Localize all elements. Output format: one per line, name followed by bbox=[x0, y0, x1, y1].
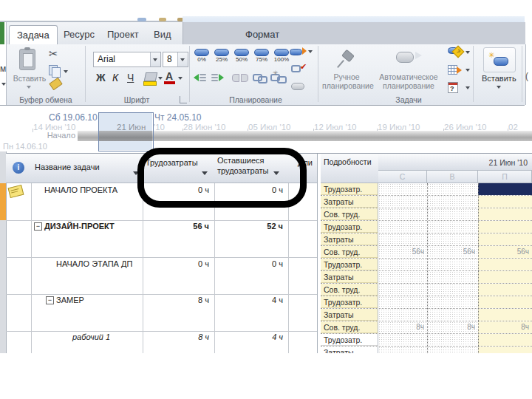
respect-links-check-icon[interactable]: ✔ bbox=[300, 62, 307, 72]
task-row-name[interactable]: НАЧАЛО ПРОЕКТА bbox=[44, 185, 117, 194]
highlight-color-bar[interactable] bbox=[143, 81, 157, 86]
auto-schedule-button[interactable]: Автоматическое планирование bbox=[372, 46, 445, 95]
day-header-sat[interactable]: С bbox=[378, 171, 427, 183]
tab-task[interactable]: Задача bbox=[9, 25, 58, 45]
inspect-task-button[interactable]: ? bbox=[448, 46, 471, 61]
move-button[interactable] bbox=[448, 64, 471, 78]
day-cell[interactable] bbox=[478, 334, 532, 346]
font-color-button[interactable]: А bbox=[166, 70, 173, 82]
timescale-tier1-label[interactable]: Чт 24.05.10 bbox=[154, 112, 202, 123]
detail-row[interactable]: Затраты bbox=[321, 233, 532, 246]
quick-access-icon[interactable] bbox=[159, 18, 166, 21]
move-task-arrow-icon[interactable] bbox=[302, 47, 307, 55]
detail-row[interactable]: Сов. труд. 8ч 8ч 8ч bbox=[321, 321, 532, 334]
mode-button[interactable]: ? bbox=[448, 81, 471, 96]
day-cell[interactable] bbox=[478, 271, 532, 283]
bold-button[interactable]: Ж bbox=[96, 72, 106, 83]
day-header-sun[interactable]: В bbox=[427, 171, 478, 183]
split-task-icon-right[interactable] bbox=[241, 74, 248, 82]
detail-row[interactable]: Сов. труд. 56ч 56ч 56ч bbox=[321, 246, 532, 259]
detail-row[interactable]: Трудозатр. bbox=[321, 296, 532, 309]
link-tasks-icon2[interactable] bbox=[258, 76, 267, 83]
clipboard-clip-icon bbox=[24, 47, 30, 50]
detail-row[interactable]: Затраты bbox=[321, 271, 532, 284]
paste-button[interactable]: Вставить bbox=[9, 74, 50, 83]
manual-schedule-button[interactable]: Ручное планирование bbox=[322, 46, 371, 95]
task-row-work[interactable]: 56 ч bbox=[143, 222, 209, 231]
percent-50-button[interactable]: 50% bbox=[233, 49, 250, 63]
font-color-dropdown-icon[interactable] bbox=[178, 77, 183, 80]
day-cell[interactable] bbox=[478, 284, 532, 296]
paste-dropdown-icon[interactable] bbox=[27, 86, 31, 89]
italic-button[interactable]: К bbox=[112, 72, 118, 83]
day-cell[interactable] bbox=[478, 309, 532, 321]
detail-row[interactable]: Трудозатр. bbox=[321, 259, 532, 271]
collapse-button[interactable]: − bbox=[46, 296, 54, 304]
timescale-tier1-label[interactable]: Сб 19.06.10 bbox=[49, 112, 98, 123]
font-name-combo[interactable]: Arial bbox=[93, 52, 161, 67]
tab-view[interactable]: Вид bbox=[146, 25, 179, 44]
highlight-dropdown-icon[interactable] bbox=[158, 77, 163, 80]
day-cell[interactable] bbox=[478, 259, 532, 270]
day-cell[interactable] bbox=[478, 208, 532, 220]
task-row-name[interactable]: ДИЗАЙН-ПРОЕКТ bbox=[44, 222, 115, 231]
font-name-dropdown[interactable] bbox=[150, 52, 160, 66]
tab-format[interactable]: Формат bbox=[238, 25, 287, 44]
tab-resource[interactable]: Ресурс bbox=[56, 25, 102, 44]
assignment-row-work[interactable]: 8 ч bbox=[143, 332, 209, 341]
detail-row[interactable]: Сов. труд. bbox=[321, 284, 532, 296]
group-divider bbox=[522, 46, 522, 102]
day-cell[interactable] bbox=[478, 196, 532, 208]
column-header-task-name[interactable]: Название задачи bbox=[31, 154, 143, 183]
font-size-combo[interactable]: 8 bbox=[163, 52, 188, 67]
move-task-pill-icon[interactable] bbox=[290, 49, 302, 55]
task-row-name[interactable]: НАЧАЛО ЭТАПА ДП bbox=[56, 259, 132, 268]
move-task-dropdown-icon[interactable] bbox=[308, 50, 313, 53]
note-indicator-icon[interactable] bbox=[8, 185, 24, 198]
percent-0-button[interactable]: 0% bbox=[194, 49, 210, 63]
tab-project[interactable]: Проект bbox=[100, 25, 146, 44]
detail-row[interactable]: Затраты bbox=[321, 309, 532, 321]
percent-75-button[interactable]: 75% bbox=[253, 49, 270, 63]
detail-row[interactable]: Трудозатр. bbox=[321, 183, 532, 196]
day-header-mon[interactable]: П bbox=[478, 171, 532, 183]
underline-button[interactable]: Ч bbox=[127, 72, 134, 83]
detail-row[interactable]: Затраты bbox=[321, 196, 532, 208]
task-row-remaining[interactable]: 52 ч bbox=[214, 222, 283, 231]
copy-dropdown-icon[interactable] bbox=[64, 70, 68, 73]
task-row-remaining[interactable]: 4 ч bbox=[214, 296, 283, 304]
detail-date-header[interactable]: 21 Июн '10 bbox=[378, 154, 532, 171]
detail-row[interactable]: Затраты bbox=[321, 347, 532, 353]
day-cell[interactable] bbox=[478, 233, 532, 245]
indicator-column-header[interactable]: i bbox=[6, 154, 32, 183]
inactivate-task-icon[interactable] bbox=[291, 83, 304, 90]
detail-row-label: Затраты bbox=[321, 196, 378, 208]
detail-row[interactable]: Трудозатр. bbox=[321, 334, 532, 347]
detail-row[interactable]: Трудозатр. bbox=[321, 221, 532, 233]
cut-button[interactable]: ✂ bbox=[49, 47, 58, 61]
selected-cell[interactable] bbox=[478, 183, 532, 195]
collapse-button[interactable]: − bbox=[34, 222, 42, 231]
outdent-button[interactable] bbox=[194, 74, 199, 81]
copy-icon-front[interactable] bbox=[52, 67, 61, 78]
split-task-icon-left[interactable] bbox=[232, 74, 239, 82]
day-cell[interactable] bbox=[478, 347, 532, 353]
assignment-row-remaining[interactable]: 4 ч bbox=[214, 332, 283, 341]
task-row-remaining[interactable]: 0 ч bbox=[214, 259, 283, 268]
unlink-tasks-icon2[interactable] bbox=[277, 76, 287, 83]
percent-25-button[interactable]: 25% bbox=[213, 49, 231, 63]
highlight-bucket-icon[interactable] bbox=[144, 72, 158, 81]
task-row-name[interactable]: ЗАМЕР bbox=[56, 296, 84, 304]
task-row-work[interactable]: 0 ч bbox=[143, 259, 209, 268]
insert-task-button[interactable]: ✳ Вставить bbox=[477, 46, 520, 96]
font-dialog-launcher-icon[interactable] bbox=[180, 96, 187, 103]
file-tab-edge[interactable] bbox=[0, 22, 4, 44]
detail-row[interactable]: Сов. труд. bbox=[321, 208, 532, 221]
assignment-row-name[interactable]: рабочий 1 bbox=[72, 332, 110, 341]
quick-access-icon[interactable] bbox=[137, 18, 146, 21]
day-cell[interactable] bbox=[478, 221, 532, 233]
font-size-dropdown[interactable] bbox=[177, 52, 188, 66]
day-cell[interactable] bbox=[478, 296, 532, 308]
task-row-work[interactable]: 8 ч bbox=[143, 296, 209, 304]
percent-100-button[interactable]: 100% bbox=[272, 49, 291, 63]
